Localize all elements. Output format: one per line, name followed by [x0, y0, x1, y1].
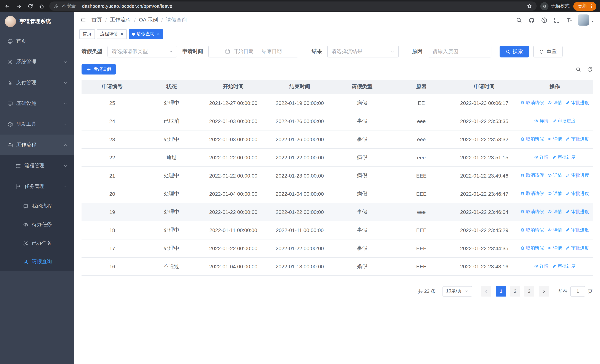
action-progress-link[interactable]: 审批进度 [566, 227, 589, 233]
action-detail-link[interactable]: 详情 [534, 118, 548, 124]
result-placeholder: 请选择流结果 [331, 48, 362, 55]
github-icon[interactable] [528, 17, 535, 23]
browser-chrome: 不安全 dashboard.yudao.iocoder.cn/bpm/oa/le… [0, 0, 600, 12]
bookmark-star-icon[interactable] [527, 3, 532, 9]
sidebar-item-label: 研发工具 [16, 121, 36, 128]
action-progress-link[interactable]: 审批进度 [566, 209, 589, 215]
action-cancel-link[interactable]: 取消请假 [521, 227, 544, 233]
action-cancel-link[interactable]: 取消请假 [521, 209, 544, 215]
sidebar-collapse-icon[interactable] [80, 17, 86, 23]
user-avatar[interactable] [578, 14, 589, 26]
cell-reason: eee [391, 112, 451, 130]
view-tab[interactable]: 请假查询× [128, 29, 163, 39]
sidebar-item[interactable]: 待办任务 [0, 215, 74, 234]
caret-down-icon[interactable] [591, 20, 594, 23]
sidebar-item[interactable]: 系统管理 [0, 52, 74, 72]
sidebar-item[interactable]: 研发工具 [0, 114, 74, 135]
font-size-icon[interactable] [566, 17, 572, 23]
user-menu[interactable] [578, 14, 594, 26]
action-cancel-link[interactable]: 取消请假 [521, 136, 544, 142]
action-progress-link[interactable]: 审批进度 [552, 118, 576, 124]
action-progress-link[interactable]: 审批进度 [566, 245, 589, 251]
breadcrumb-item[interactable]: 首页 [92, 17, 102, 23]
start-date-placeholder[interactable]: 开始日期 [234, 48, 253, 55]
address-bar[interactable]: 不安全 dashboard.yudao.iocoder.cn/bpm/oa/le… [49, 1, 537, 11]
view-tab[interactable]: 流程详情× [97, 29, 127, 39]
tags-view: 首页流程详情×请假查询× [74, 28, 600, 40]
view-tab[interactable]: 首页 [79, 29, 95, 39]
reset-button[interactable]: 重置 [533, 46, 562, 57]
goto-page-input[interactable] [570, 286, 585, 296]
sidebar-item[interactable]: 请假查询 [0, 252, 74, 271]
result-select[interactable]: 请选择流结果 [327, 46, 399, 57]
sidebar-item[interactable]: 任务管理 [0, 176, 74, 197]
search-button[interactable]: 搜索 [500, 46, 529, 57]
action-progress-link[interactable]: 审批进度 [566, 100, 589, 106]
page-button[interactable]: 1 [496, 286, 506, 296]
action-progress-link[interactable]: 审批进度 [566, 191, 589, 197]
action-progress-link[interactable]: 审批进度 [566, 172, 589, 179]
apply-time-range-picker[interactable]: 开始日期 - 结束日期 [208, 46, 298, 57]
table-row: 17处理中2022-01-22 00:00:002022-01-22 00:00… [82, 239, 593, 257]
search-icon[interactable] [516, 17, 522, 23]
update-button[interactable]: 更新 [573, 2, 596, 10]
action-cancel-link[interactable]: 取消请假 [521, 245, 544, 251]
fullscreen-icon[interactable] [554, 17, 560, 23]
home-icon[interactable] [39, 3, 45, 9]
sidebar-item[interactable]: 支付管理 [0, 72, 74, 93]
page-button[interactable]: 3 [524, 286, 534, 296]
action-label: 审批进度 [571, 227, 589, 233]
url-text[interactable]: dashboard.yudao.iocoder.cn/bpm/oa/leave [82, 3, 524, 9]
reason-input[interactable] [428, 46, 491, 57]
action-detail-link[interactable]: 详情 [548, 136, 562, 142]
edit-icon [552, 264, 557, 269]
close-icon[interactable]: × [121, 31, 123, 36]
action-label: 取消请假 [526, 209, 544, 215]
action-detail-link[interactable]: 详情 [548, 227, 562, 233]
action-label: 审批进度 [558, 154, 576, 160]
end-date-placeholder[interactable]: 结束日期 [262, 48, 282, 55]
security-label[interactable]: 不安全 [62, 3, 76, 9]
refresh-icon[interactable] [587, 66, 593, 72]
action-progress-link[interactable]: 审批进度 [552, 154, 576, 160]
browser-menu-dots-icon[interactable] [589, 3, 594, 9]
action-label: 审批进度 [571, 172, 589, 179]
sidebar-item[interactable]: 首页 [0, 31, 74, 52]
create-leave-button[interactable]: 发起请假 [82, 64, 116, 75]
action-detail-link[interactable]: 详情 [534, 263, 548, 270]
action-cancel-link[interactable]: 取消请假 [521, 100, 544, 106]
action-progress-link[interactable]: 审批进度 [566, 136, 589, 142]
action-detail-link[interactable]: 详情 [548, 245, 562, 251]
cell-status: 通过 [143, 148, 200, 167]
action-detail-link[interactable]: 详情 [548, 100, 562, 106]
sidebar-item[interactable]: 工作流程 [0, 135, 74, 155]
action-detail-link[interactable]: 详情 [548, 209, 562, 215]
app-logo[interactable]: 芋道管理系统 [0, 12, 74, 31]
breadcrumb-item[interactable]: OA 示例 [139, 17, 158, 23]
trash-icon [521, 246, 525, 250]
page-size-select[interactable]: 10条/页 [442, 286, 472, 296]
action-detail-link[interactable]: 详情 [548, 191, 562, 197]
sidebar-item[interactable]: 基础设施 [0, 93, 74, 114]
forward-icon[interactable] [16, 3, 22, 9]
question-icon[interactable] [541, 17, 547, 23]
action-cancel-link[interactable]: 取消请假 [521, 172, 544, 179]
refresh-icon [539, 49, 544, 54]
action-cancel-link[interactable]: 取消请假 [521, 191, 544, 197]
search-icon[interactable] [576, 66, 581, 72]
next-page-button[interactable] [539, 286, 549, 296]
action-progress-link[interactable]: 审批进度 [552, 263, 576, 270]
breadcrumb-item[interactable]: 工作流程 [110, 17, 131, 23]
page-button[interactable]: 2 [510, 286, 520, 296]
close-icon[interactable]: × [157, 31, 160, 36]
app-frame: 芋道管理系统 首页系统管理支付管理基础设施研发工具工作流程流程管理任务管理我的流… [0, 12, 600, 364]
action-detail-link[interactable]: 详情 [548, 172, 562, 179]
prev-page-button[interactable] [481, 286, 491, 296]
leave-type-select[interactable]: 请选择请假类型 [107, 46, 177, 57]
action-detail-link[interactable]: 详情 [534, 154, 548, 160]
sidebar-item[interactable]: 流程管理 [0, 155, 74, 176]
back-icon[interactable] [4, 3, 10, 9]
reload-icon[interactable] [28, 3, 33, 9]
sidebar-item[interactable]: 已办任务 [0, 234, 74, 252]
sidebar-item[interactable]: 我的流程 [0, 197, 74, 215]
